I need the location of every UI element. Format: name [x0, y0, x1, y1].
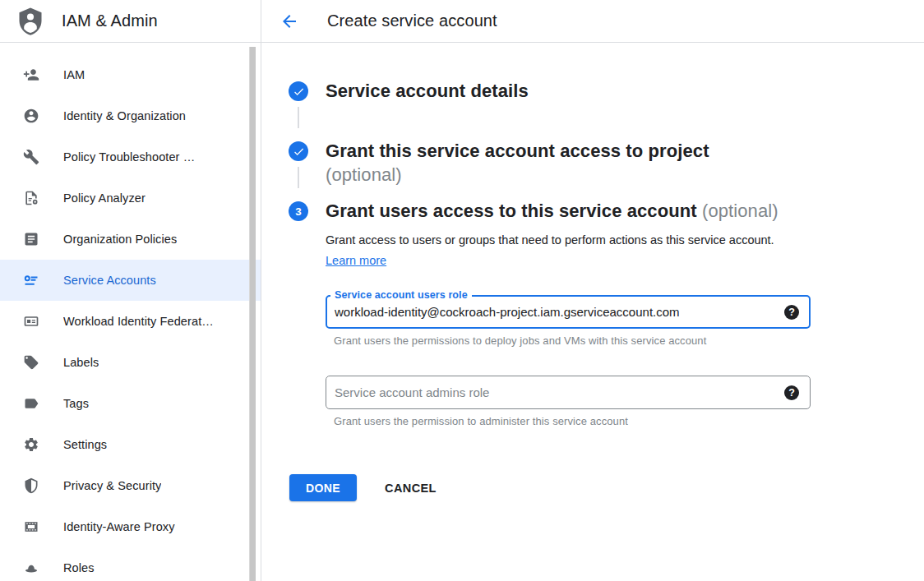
person-add-icon	[23, 67, 39, 83]
users-role-helper-text: Grant users the permissions to deploy jo…	[334, 334, 811, 347]
sidebar-item-tags[interactable]: Tags	[0, 383, 261, 424]
step-1-title: Service account details	[326, 79, 529, 103]
step-1-complete-check-icon	[289, 81, 308, 101]
back-arrow-icon[interactable]	[280, 12, 299, 31]
step-3-description: Grant access to users or groups that nee…	[326, 230, 784, 271]
article-icon	[23, 231, 39, 247]
done-button[interactable]: DONE	[289, 474, 357, 501]
sidebar-item-policy-troubleshooter[interactable]: Policy Troubleshooter …	[0, 136, 261, 178]
service-account-users-role-input[interactable]	[335, 305, 776, 319]
sidebar-item-identity-aware-proxy[interactable]: Identity-Aware Proxy	[0, 506, 261, 547]
gear-icon	[23, 436, 39, 453]
step-2-complete-check-icon	[289, 141, 308, 161]
policy-analyzer-icon	[23, 190, 39, 206]
sidebar-item-label: IAM	[63, 68, 85, 81]
step-connector	[298, 107, 299, 128]
sidebar-item-label: Identity-Aware Proxy	[63, 520, 175, 533]
label-tag-icon	[23, 354, 39, 371]
sidebar-item-label: Tags	[63, 397, 89, 410]
sidebar-item-workload-identity-federation[interactable]: Workload Identity Federat…	[0, 301, 261, 342]
step-1-service-account-details: Service account details	[289, 79, 908, 128]
step-3-title: Grant users access to this service accou…	[326, 201, 697, 221]
sidebar-item-label: Labels	[63, 356, 99, 369]
form-actions: DONE CANCEL	[289, 474, 908, 501]
users-role-field-group: Service account users role Grant users t…	[326, 295, 811, 347]
service-account-key-icon	[23, 272, 39, 288]
sidebar-item-settings[interactable]: Settings	[0, 424, 261, 465]
sidebar-scrollbar[interactable]	[249, 47, 256, 581]
wrench-icon	[23, 149, 39, 165]
grant-users-form: Service account users role Grant users t…	[326, 295, 811, 427]
service-account-admins-role-input[interactable]	[335, 385, 776, 399]
sidebar-item-label: Service Accounts	[63, 274, 156, 287]
proxy-icon	[23, 519, 39, 535]
sidebar-item-organization-policies[interactable]: Organization Policies	[0, 219, 261, 260]
sidebar-nav: IAM Identity & Organization Policy Troub…	[0, 43, 261, 581]
sidebar-header: IAM & Admin	[0, 0, 261, 43]
stepper-content: Service account details Grant this servi…	[261, 43, 924, 501]
step-3-grant-users-access: 3 Grant users access to this service acc…	[289, 199, 908, 427]
sidebar-item-label: Roles	[63, 561, 95, 574]
admins-role-field-group: Grant users the permission to administer…	[326, 376, 811, 427]
sidebar-item-policy-analyzer[interactable]: Policy Analyzer	[0, 178, 261, 219]
hat-icon	[23, 560, 39, 576]
sidebar-item-service-accounts[interactable]: Service Accounts	[0, 260, 261, 301]
sidebar-item-label: Settings	[63, 438, 107, 451]
sidebar: IAM & Admin IAM Identity & Organization …	[0, 0, 261, 581]
iam-admin-shield-icon	[15, 5, 46, 38]
sidebar-item-iam[interactable]: IAM	[0, 54, 261, 95]
sidebar-item-label: Policy Analyzer	[63, 191, 146, 205]
sidebar-item-label: Policy Troubleshooter …	[63, 150, 195, 164]
sidebar-item-label: Identity & Organization	[63, 109, 186, 122]
sidebar-item-labels[interactable]: Labels	[0, 342, 261, 383]
step-connector	[298, 167, 299, 188]
sidebar-item-label: Privacy & Security	[63, 479, 161, 492]
main-panel: Create service account Service account d…	[261, 0, 924, 581]
step-3-optional-label: (optional)	[702, 201, 778, 221]
step-2-title: Grant this service account access to pro…	[326, 141, 709, 161]
sidebar-item-label: Workload Identity Federat…	[63, 315, 214, 328]
users-role-field-box: Service account users role	[326, 295, 811, 329]
admins-role-field-box	[326, 376, 811, 409]
product-title: IAM & Admin	[62, 12, 158, 30]
help-icon[interactable]	[784, 305, 799, 320]
page-title: Create service account	[327, 12, 497, 30]
sidebar-item-privacy-security[interactable]: Privacy & Security	[0, 465, 261, 506]
step-2-optional-label: (optional)	[326, 163, 709, 187]
id-card-icon	[23, 313, 39, 330]
admins-role-helper-text: Grant users the permission to administer…	[334, 415, 811, 427]
help-icon[interactable]	[784, 385, 799, 400]
learn-more-link[interactable]: Learn more	[326, 254, 386, 267]
tag-arrow-icon	[23, 395, 39, 412]
sidebar-item-roles[interactable]: Roles	[0, 547, 261, 581]
sidebar-item-label: Organization Policies	[63, 233, 177, 246]
shield-icon	[23, 477, 39, 494]
page-header: Create service account	[261, 0, 924, 43]
account-circle-icon	[23, 108, 39, 124]
users-role-field-label: Service account users role	[330, 289, 472, 302]
sidebar-item-identity-organization[interactable]: Identity & Organization	[0, 95, 261, 136]
step-3-number-badge: 3	[289, 201, 308, 221]
cancel-button[interactable]: CANCEL	[385, 482, 437, 495]
step-2-grant-access-to-project: Grant this service account access to pro…	[289, 139, 908, 188]
